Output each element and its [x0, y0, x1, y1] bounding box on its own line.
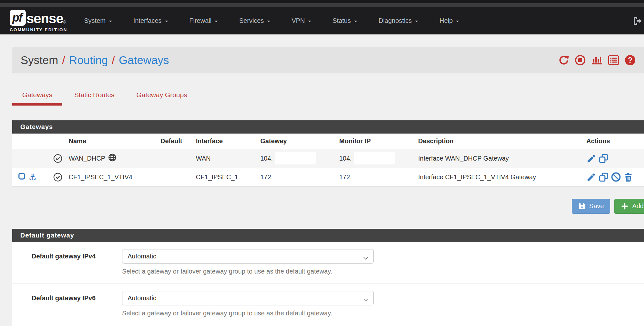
field-help-text: Select a gateway or failover gateway gro…	[122, 310, 374, 317]
default-gateway-panel-title: Default gateway	[12, 229, 644, 242]
table-row: ⚓ CF1_IPSEC_1_VTIV4	[12, 168, 644, 186]
gateway-status-check-icon	[40, 172, 69, 182]
nav-item-services[interactable]: Services	[228, 17, 281, 24]
nav-item-status[interactable]: Status	[322, 17, 368, 24]
col-actions: Actions	[586, 134, 644, 149]
col-monitor-ip: Monitor IP	[339, 134, 418, 149]
nav-item-vpn[interactable]: VPN	[281, 17, 322, 24]
col-default: Default	[160, 134, 196, 149]
tab-gateway-groups[interactable]: Gateway Groups	[126, 91, 197, 106]
chevron-down-icon	[354, 21, 357, 22]
breadcrumb-section: System	[21, 54, 58, 67]
tab-gateways[interactable]: Gateways	[12, 91, 62, 106]
tab-static-routes[interactable]: Static Routes	[64, 91, 124, 106]
table-header-row: Name Default Interface Gateway Monitor I…	[12, 134, 644, 149]
registered-mark: ®	[63, 20, 66, 24]
default-gateway-panel: Default gateway Default gateway IPv4 Aut…	[12, 229, 644, 326]
chevron-down-icon	[109, 21, 112, 22]
monitor-ip: 104.	[339, 155, 352, 162]
table-row: WAN_DHCP	[12, 149, 644, 168]
pfsense-logo[interactable]: pf sense ® COMMUNITY EDITION	[10, 10, 68, 32]
gateway-description: Interface WAN_DHCP Gateway	[418, 149, 586, 168]
breadcrumb-bar: System / Routing / Gateways	[12, 47, 644, 73]
col-gateway: Gateway	[260, 134, 339, 149]
gateway-default	[160, 149, 196, 168]
gateway-address: 172.	[260, 168, 339, 186]
copy-icon[interactable]	[599, 172, 609, 182]
default-gateway-ipv6-field: Default gateway IPv6 Automatic Select a …	[12, 284, 644, 325]
gateways-panel-title: Gateways	[12, 120, 644, 134]
edit-icon[interactable]	[586, 154, 596, 163]
nav-menu: System Interfaces Firewall Services VPN …	[73, 17, 470, 24]
sign-out-icon[interactable]	[632, 16, 642, 26]
gateway-default	[160, 168, 196, 186]
nav-item-firewall[interactable]: Firewall	[179, 17, 229, 24]
globe-icon	[108, 153, 117, 163]
chevron-down-icon	[267, 21, 270, 22]
anchor-icon[interactable]: ⚓	[29, 173, 36, 182]
nav-item-interfaces[interactable]: Interfaces	[123, 17, 179, 24]
col-interface: Interface	[196, 134, 260, 149]
plus-icon	[621, 202, 629, 210]
gateways-panel: Gateways Name Default Interface Gateway …	[12, 120, 644, 187]
delete-icon[interactable]	[623, 172, 633, 182]
breadcrumb: System / Routing / Gateways	[21, 54, 169, 67]
save-button[interactable]: Save	[572, 199, 610, 214]
table-actions-bar: Save Add	[12, 199, 644, 214]
breadcrumb-link-routing[interactable]: Routing	[69, 54, 108, 67]
field-label: Default gateway IPv4	[32, 249, 122, 275]
logo-sense-text: sense	[26, 12, 63, 26]
nav-item-help[interactable]: Help	[429, 17, 470, 24]
breadcrumb-link-gateways[interactable]: Gateways	[119, 54, 169, 67]
redacted-value	[275, 152, 316, 164]
gateways-table: Name Default Interface Gateway Monitor I…	[12, 134, 644, 187]
chevron-down-icon	[456, 21, 459, 22]
col-name: Name	[69, 134, 160, 149]
chevron-down-icon	[165, 21, 168, 22]
default-gateway-ipv6-select[interactable]: Automatic	[122, 291, 374, 305]
page-action-icons: ?	[558, 54, 636, 66]
default-gateway-ipv4-select[interactable]: Automatic	[122, 249, 374, 264]
main-navbar: pf sense ® COMMUNITY EDITION System Inte…	[0, 7, 644, 34]
stop-icon[interactable]	[574, 54, 586, 66]
nav-item-system[interactable]: System	[73, 17, 123, 24]
checkbox-icon[interactable]	[18, 172, 25, 182]
gateway-interface: CF1_IPSEC_1	[196, 168, 260, 186]
chevron-down-icon	[215, 21, 218, 22]
add-button[interactable]: Add	[614, 199, 644, 214]
chevron-down-icon	[363, 254, 368, 262]
tab-bar: Gateways Static Routes Gateway Groups	[12, 91, 644, 106]
col-description: Description	[418, 134, 586, 149]
field-label: Default gateway IPv6	[32, 291, 122, 317]
gateway-name: CF1_IPSEC_1_VTIV4	[69, 168, 160, 186]
chevron-down-icon	[415, 21, 418, 22]
gateway-interface: WAN	[196, 149, 260, 168]
copy-icon[interactable]	[599, 154, 609, 163]
log-icon[interactable]	[608, 55, 619, 66]
chart-icon[interactable]	[591, 55, 603, 66]
edit-icon[interactable]	[586, 172, 596, 182]
chevron-down-icon	[308, 21, 311, 22]
gateway-status-check-icon	[40, 154, 69, 163]
window-sub-band	[0, 3, 644, 7]
monitor-ip: 172.	[339, 168, 418, 186]
disable-icon[interactable]	[611, 172, 621, 182]
default-gateway-ipv4-field: Default gateway IPv4 Automatic Select a …	[12, 242, 644, 284]
window-top-band	[0, 0, 644, 3]
page-content: System / Routing / Gateways	[12, 47, 644, 326]
help-icon[interactable]: ?	[624, 54, 636, 66]
gateway-address: 104.	[260, 155, 273, 162]
nav-item-diagnostics[interactable]: Diagnostics	[368, 17, 429, 24]
logo-pf-text: pf	[12, 11, 23, 24]
community-edition-tagline: COMMUNITY EDITION	[10, 27, 68, 32]
save-icon	[578, 202, 586, 210]
pfsense-logo-box: pf	[10, 10, 26, 26]
field-help-text: Select a gateway or failover gateway gro…	[122, 268, 374, 275]
svg-text:?: ?	[628, 56, 632, 64]
chevron-down-icon	[363, 296, 368, 303]
refresh-icon[interactable]	[558, 55, 569, 66]
redacted-value	[354, 152, 395, 164]
gateway-description: Interface CF1_IPSEC_1_VTIV4 Gateway	[418, 168, 586, 186]
gateway-name: WAN_DHCP	[69, 155, 105, 162]
